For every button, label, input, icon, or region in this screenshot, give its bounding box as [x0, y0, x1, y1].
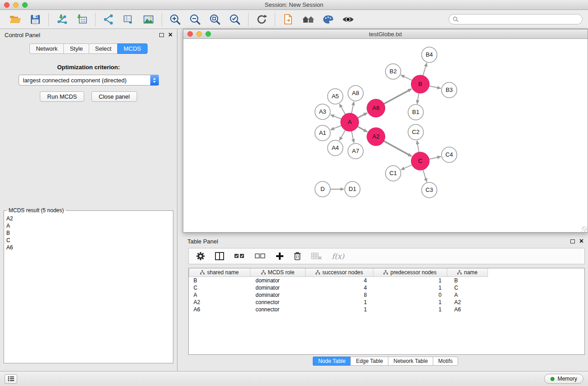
criterion-dropdown[interactable]: largest connected component (directed) [19, 75, 159, 86]
table-cell: A6 [447, 306, 488, 313]
close-table-panel-icon[interactable]: × [579, 238, 583, 244]
tab-network[interactable]: Network [29, 43, 63, 54]
mcds-result-item[interactable]: A2 [6, 215, 171, 222]
home-button[interactable] [300, 12, 316, 27]
import-network-button[interactable] [54, 12, 70, 27]
zoom-out-button[interactable] [187, 12, 203, 27]
tab-network-table[interactable]: Network Table [388, 357, 433, 366]
task-history-button[interactable] [5, 374, 17, 384]
fx-label: f(x) [332, 252, 344, 261]
graph-node-label: A1 [319, 129, 326, 136]
mcds-result-item[interactable]: A [6, 222, 171, 229]
tab-mcds[interactable]: MCDS [117, 43, 147, 54]
table-cell: A2 [189, 299, 250, 306]
table-row[interactable]: A6connector11A6 [189, 306, 488, 313]
graph-node-label: D1 [349, 186, 356, 192]
refresh-layout-button[interactable] [253, 12, 270, 27]
zoom-selected-button[interactable] [227, 12, 243, 27]
network-minimize-button[interactable] [196, 31, 202, 37]
zoom-in-button[interactable] [167, 12, 183, 27]
delete-rows-button[interactable] [294, 252, 301, 261]
graph-node-label: B3 [445, 86, 453, 93]
column-header-name[interactable]: name [447, 268, 488, 276]
mcds-result-title: MCDS result (5 nodes) [7, 207, 66, 214]
close-panel-button[interactable]: Close panel [91, 91, 137, 102]
column-header-predecessor-nodes[interactable]: predecessor nodes [373, 268, 447, 276]
column-type-icon [383, 270, 388, 275]
add-row-button[interactable] [276, 252, 284, 260]
memory-button[interactable]: Memory [544, 374, 583, 384]
network-from-selection-icon [103, 14, 114, 25]
select-all-button[interactable] [234, 253, 245, 259]
network-window-titlebar[interactable]: testGlobe.txt [183, 29, 588, 39]
mcds-result-item[interactable]: C [6, 237, 171, 244]
network-graph[interactable]: B4B2B3A5A8A3B1C2A1A4A7C4C1DD1C3BA6AA2C [183, 39, 588, 232]
checked-boxes-icon [234, 253, 245, 259]
table-row[interactable]: Cdominator41C [189, 284, 488, 291]
table-cell: dominator [250, 284, 306, 291]
table-row[interactable]: Bdominator41B [189, 276, 488, 284]
close-panel-icon[interactable]: × [168, 32, 172, 38]
network-window-controls [187, 31, 211, 37]
network-canvas[interactable]: B4B2B3A5A8A3B1C2A1A4A7C4C1DD1C3BA6AA2C [183, 39, 588, 232]
graph-node-label: B2 [390, 68, 397, 75]
minimize-window-button[interactable] [13, 2, 19, 8]
close-window-button[interactable] [4, 2, 10, 8]
table-cell: connector [250, 306, 306, 313]
document-arrow-button[interactable] [280, 12, 296, 27]
column-header-shared-name[interactable]: shared name [189, 268, 250, 276]
column-header-successor-nodes[interactable]: successor nodes [306, 268, 373, 276]
column-type-icon [200, 270, 205, 275]
style-palette-button[interactable] [320, 12, 336, 27]
table-settings-button[interactable] [196, 252, 205, 261]
export-table-icon [123, 14, 134, 25]
run-mcds-button[interactable]: Run MCDS [40, 91, 84, 102]
app-titlebar: Session: New Session [0, 0, 588, 10]
mcds-result-item[interactable]: B [6, 229, 171, 237]
delete-table-button[interactable] [311, 253, 322, 260]
search-input[interactable] [461, 16, 578, 23]
graph-node-label: C [418, 157, 422, 164]
table-cell: 1 [306, 299, 373, 306]
open-folder-icon [10, 15, 21, 24]
zoom-window-button[interactable] [22, 2, 28, 8]
window-resize-grip[interactable] [582, 226, 587, 232]
document-arrow-icon [283, 14, 293, 25]
mcds-result-item[interactable]: A6 [6, 244, 171, 251]
show-hide-button[interactable] [340, 12, 356, 27]
table-cell: A2 [447, 299, 488, 306]
zoom-fit-button[interactable] [207, 12, 223, 27]
export-image-button[interactable] [140, 12, 157, 27]
tab-style[interactable]: Style [63, 43, 89, 54]
zoom-in-icon [169, 14, 181, 25]
float-table-panel-icon[interactable] [570, 239, 575, 243]
column-header-mcds-role[interactable]: MCDS role [250, 268, 306, 276]
function-builder-button[interactable]: f(x) [332, 252, 344, 261]
search-icon [453, 16, 459, 22]
session-title: Session: New Session [0, 1, 588, 8]
table-cell: B [189, 276, 250, 284]
deselect-all-button[interactable] [255, 253, 266, 259]
open-session-button[interactable] [7, 12, 24, 27]
float-panel-icon[interactable] [159, 33, 164, 37]
tab-select[interactable]: Select [89, 43, 117, 54]
save-session-button[interactable] [27, 12, 43, 27]
save-icon [30, 14, 40, 24]
table-row[interactable]: A2connector11A2 [189, 299, 488, 306]
tab-motifs[interactable]: Motifs [433, 357, 458, 366]
network-from-selection-button[interactable] [100, 12, 117, 27]
network-close-button[interactable] [187, 31, 193, 37]
import-table-button[interactable] [74, 12, 90, 27]
column-type-icon [261, 270, 266, 275]
tab-node-table[interactable]: Node Table [313, 357, 351, 366]
tab-edge-table[interactable]: Edge Table [350, 357, 388, 366]
zoom-out-icon [189, 14, 201, 25]
graph-node-label: C3 [425, 186, 433, 193]
network-zoom-button[interactable] [206, 31, 211, 37]
table-row[interactable]: Adominator80A [189, 291, 488, 299]
export-table-button[interactable] [120, 12, 137, 27]
unchecked-boxes-icon [255, 253, 266, 259]
memory-status-icon [550, 377, 555, 381]
search-field[interactable] [449, 14, 583, 24]
show-columns-button[interactable] [215, 252, 224, 260]
